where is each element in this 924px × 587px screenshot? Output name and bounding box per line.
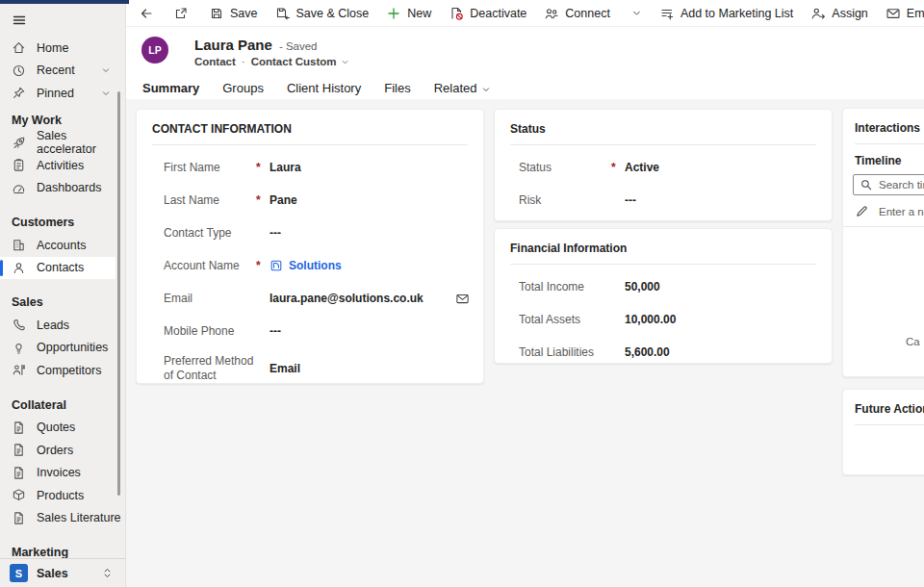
document-icon	[12, 511, 26, 525]
marketing-list-icon	[659, 6, 675, 21]
status-card: Status Status * Active Risk ---	[494, 109, 833, 221]
field-total-assets: Total Assets 10,000.00	[495, 303, 832, 336]
required-marker: *	[256, 193, 270, 207]
area-label: Sales	[37, 567, 68, 580]
connect-flyout-button[interactable]	[623, 1, 651, 26]
field-value[interactable]: ---	[625, 193, 818, 207]
connect-button[interactable]: Connect	[535, 1, 619, 26]
section-title: CONTACT INFORMATION	[137, 110, 483, 144]
back-arrow-icon	[139, 6, 154, 21]
sidebar-item-label: Competitors	[37, 364, 101, 377]
sidebar-item-contacts[interactable]: Contacts	[0, 257, 116, 280]
future-actions-card: Future Actions	[842, 389, 924, 475]
sidebar-item-label: Products	[37, 489, 84, 502]
field-mobile-phone: Mobile Phone ---	[137, 315, 483, 347]
hamburger-icon	[12, 13, 27, 28]
main-panel: Save Save & Close New Deactivate Connect…	[126, 0, 924, 587]
area-switcher[interactable]: S Sales	[0, 558, 125, 587]
field-risk: Risk ---	[495, 184, 832, 217]
divider	[855, 424, 924, 425]
field-account-name: Account Name * Solutions	[137, 249, 483, 282]
entity-type-label: Contact	[194, 56, 236, 67]
chevron-down-icon[interactable]	[100, 88, 112, 99]
sidebar-item-sales-accelerator[interactable]: Sales accelerator	[0, 132, 125, 155]
send-email-icon[interactable]	[455, 292, 470, 306]
field-value[interactable]: Email	[270, 362, 470, 375]
sidebar-item-label: Home	[37, 41, 68, 55]
sidebar-item-home[interactable]: Home	[0, 37, 125, 60]
timeline-search-box[interactable]	[853, 174, 924, 195]
document-icon	[12, 443, 26, 457]
sidebar-scrollbar[interactable]	[117, 91, 120, 496]
sidebar-item-label: Activities	[37, 159, 84, 172]
lightbulb-icon	[12, 341, 26, 355]
sidebar-item-opportunities[interactable]: Opportunities	[0, 337, 125, 360]
sidebar-item-label: Pinned	[37, 87, 74, 100]
save-close-button[interactable]: Save & Close	[267, 1, 378, 26]
sidebar-item-label: Sales Literature	[37, 511, 121, 524]
save-status: - Saved	[279, 40, 318, 52]
form-selector[interactable]: Contact Custom	[251, 56, 351, 67]
sidebar-item-label: Recent	[37, 64, 75, 77]
add-to-marketing-list-button[interactable]: Add to Marketing List	[651, 1, 802, 26]
field-value[interactable]: Laura	[270, 161, 470, 174]
sidebar-item-label: Contacts	[37, 261, 84, 274]
assign-button[interactable]: Assign	[802, 1, 877, 26]
sidebar-item-products[interactable]: Products	[0, 484, 125, 507]
field-email: Email laura.pane@solutions.co.uk	[137, 282, 483, 315]
field-value[interactable]: ---	[270, 226, 470, 240]
sidebar-item-label: Leads	[37, 319, 69, 332]
sidebar-item-orders[interactable]: Orders	[0, 439, 125, 462]
sidebar-item-sales-literature[interactable]: Sales Literature	[0, 507, 125, 530]
sidebar-item-competitors[interactable]: Competitors	[0, 359, 125, 382]
save-icon	[209, 6, 224, 21]
sidebar-group-sales: Sales	[0, 291, 125, 314]
account-lookup-link[interactable]: Solutions	[270, 259, 470, 272]
building-icon	[12, 238, 26, 252]
command-bar: Save Save & Close New Deactivate Connect…	[126, 0, 924, 27]
sidebar-item-label: Quotes	[37, 421, 75, 434]
sitemap-sidebar: Home Recent Pinned My Work Sales acceler…	[0, 0, 126, 587]
chevron-up-down-icon[interactable]	[101, 567, 114, 579]
person-icon	[12, 261, 26, 275]
field-value[interactable]: Pane	[270, 193, 470, 207]
record-header: LP Laura Pane - Saved Contact · Contact …	[126, 27, 924, 67]
sidebar-item-dashboards[interactable]: Dashboards	[0, 177, 125, 200]
sidebar-item-leads[interactable]: Leads	[0, 314, 125, 337]
required-marker: *	[611, 161, 625, 174]
sidebar-item-label: Invoices	[37, 466, 81, 479]
email-a-link-button[interactable]: Email a Link	[877, 1, 924, 26]
search-icon	[860, 178, 873, 191]
section-title: Future Actions	[843, 390, 924, 424]
timeline-search-input[interactable]	[879, 179, 924, 191]
new-button[interactable]: New	[377, 1, 440, 26]
pencil-icon	[855, 204, 869, 218]
field-value[interactable]: 5,600.00	[625, 345, 818, 359]
gauge-icon	[12, 181, 26, 195]
sidebar-item-accounts[interactable]: Accounts	[0, 234, 125, 257]
section-title: Status	[495, 110, 832, 144]
field-value[interactable]: laura.pane@solutions.co.uk	[270, 292, 470, 306]
box-icon	[12, 488, 26, 502]
enter-note-field[interactable]: Enter a note...	[843, 195, 924, 227]
contact-information-card: CONTACT INFORMATION First Name * Laura L…	[136, 109, 484, 384]
sidebar-item-invoices[interactable]: Invoices	[0, 462, 125, 485]
form-content: CONTACT INFORMATION First Name * Laura L…	[126, 99, 924, 587]
open-in-new-window-button[interactable]	[166, 1, 196, 26]
rocket-icon	[12, 136, 26, 150]
sidebar-item-pinned[interactable]: Pinned	[0, 82, 125, 105]
deactivate-button[interactable]: Deactivate	[440, 1, 535, 26]
sidebar-item-recent[interactable]: Recent	[0, 60, 125, 83]
save-button[interactable]: Save	[200, 1, 267, 26]
field-value[interactable]: ---	[270, 324, 470, 338]
back-button[interactable]	[131, 1, 162, 26]
field-value[interactable]: Active	[625, 161, 818, 174]
field-value[interactable]: 10,000.00	[625, 313, 818, 326]
sidebar-item-label: Sales accelerator	[37, 129, 125, 156]
sidebar-item-activities[interactable]: Activities	[0, 154, 125, 177]
sidebar-item-quotes[interactable]: Quotes	[0, 417, 125, 440]
sidebar-group-collateral: Collateral	[0, 394, 125, 417]
field-value[interactable]: 50,000	[625, 280, 818, 294]
chevron-down-icon[interactable]	[100, 64, 112, 76]
sitemap-collapse-button[interactable]	[0, 0, 125, 32]
